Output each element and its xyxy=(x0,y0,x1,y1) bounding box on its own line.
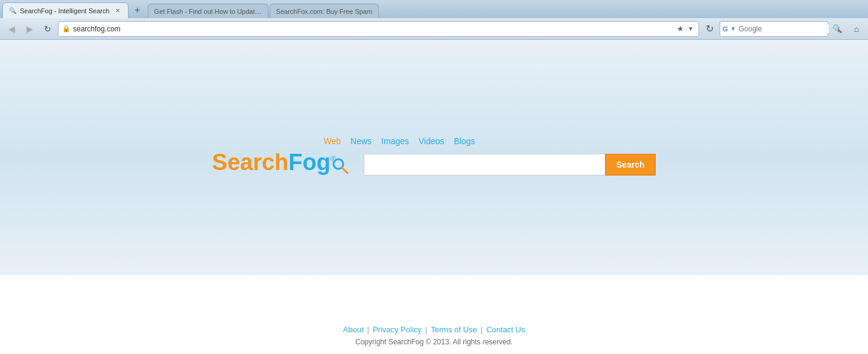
logo-and-search-row: SearchFog® Search xyxy=(212,151,656,179)
tab-bar: 🔍 SearchFog - Intelligent Search ✕ + Get… xyxy=(0,0,868,18)
other-tabs: Get Flash - Find out How to Update ... S… xyxy=(148,4,379,18)
tab-blogs[interactable]: Blogs xyxy=(454,136,475,146)
search-input[interactable] xyxy=(364,154,605,175)
logo: SearchFog® xyxy=(212,151,349,179)
svg-line-1 xyxy=(342,168,347,173)
address-input[interactable] xyxy=(73,25,673,33)
inactive-tab-2-title: SearchFox.com: Buy Free Spam xyxy=(276,8,373,15)
nav-tabs: Web News Images Videos Blogs xyxy=(324,136,475,146)
google-badge: G xyxy=(723,25,728,33)
download-button[interactable]: ↓ xyxy=(831,21,846,37)
tab-images[interactable]: Images xyxy=(381,136,409,146)
new-tab-button[interactable]: + xyxy=(130,2,145,18)
logo-search-text: Search xyxy=(212,151,289,174)
magnifier-icon xyxy=(332,158,349,175)
google-dropdown-icon[interactable]: ▼ xyxy=(730,25,737,32)
page-wrapper: Web News Images Videos Blogs SearchFog® xyxy=(0,40,868,354)
bookmark-dropdown-button[interactable]: ▼ xyxy=(686,24,695,33)
inactive-tab-2[interactable]: SearchFox.com: Buy Free Spam xyxy=(270,4,379,18)
footer-links: About | Privacy Policy | Terms of Use | … xyxy=(343,325,525,334)
active-tab-title: SearchFog - Intelligent Search xyxy=(20,7,110,14)
footer-section: About | Privacy Policy | Terms of Use | … xyxy=(0,275,868,354)
footer-link-privacy[interactable]: Privacy Policy xyxy=(373,325,422,334)
footer-sep-1: | xyxy=(367,325,369,334)
home-button[interactable]: ⌂ xyxy=(849,21,864,37)
tab-favicon: 🔍 xyxy=(9,7,16,14)
back-button[interactable]: ◀ xyxy=(4,21,19,37)
inactive-tab-1[interactable]: Get Flash - Find out How to Update ... xyxy=(148,4,268,18)
footer-sep-3: | xyxy=(481,325,483,334)
navigation-bar: ◀ ▶ ↻ 🔒 ★ ▼ ↻ G ▼ 🔍 ↓ ⌂ xyxy=(0,18,868,40)
tab-close-button[interactable]: ✕ xyxy=(113,7,122,15)
search-container: Web News Images Videos Blogs SearchFog® xyxy=(212,136,656,179)
nav-tabs-wrapper: Web News Images Videos Blogs xyxy=(324,136,475,146)
google-search-bar: G ▼ 🔍 xyxy=(720,21,828,37)
logo-fog-text: Fog® xyxy=(288,151,335,174)
footer-link-terms[interactable]: Terms of Use xyxy=(431,325,477,334)
footer-copyright: Copyright SearchFog © 2013. All rights r… xyxy=(355,338,513,346)
reload-button[interactable]: ↻ xyxy=(702,21,717,37)
refresh-button[interactable]: ↻ xyxy=(40,21,55,37)
google-search-input[interactable] xyxy=(738,25,829,33)
active-tab[interactable]: 🔍 SearchFog - Intelligent Search ✕ xyxy=(2,2,128,18)
search-right: Search xyxy=(364,154,656,175)
tab-videos[interactable]: Videos xyxy=(419,136,445,146)
logo-magnifier-wrapper xyxy=(332,156,349,179)
footer-link-about[interactable]: About xyxy=(343,325,364,334)
search-button[interactable]: Search xyxy=(605,154,656,175)
inactive-tab-1-title: Get Flash - Find out How to Update ... xyxy=(154,8,262,15)
main-section: Web News Images Videos Blogs SearchFog® xyxy=(0,40,868,275)
forward-button[interactable]: ▶ xyxy=(22,21,37,37)
address-bar: 🔒 ★ ▼ xyxy=(58,21,699,37)
footer-link-contact[interactable]: Contact Us xyxy=(486,325,525,334)
footer-sep-2: | xyxy=(425,325,427,334)
search-row: Search xyxy=(364,154,656,175)
address-lock-icon: 🔒 xyxy=(62,25,71,33)
address-actions: ★ ▼ xyxy=(676,23,695,34)
browser-chrome: 🔍 SearchFog - Intelligent Search ✕ + Get… xyxy=(0,0,868,40)
bookmark-star-button[interactable]: ★ xyxy=(676,23,685,34)
tab-news[interactable]: News xyxy=(350,136,372,146)
tab-web[interactable]: Web xyxy=(324,136,341,146)
